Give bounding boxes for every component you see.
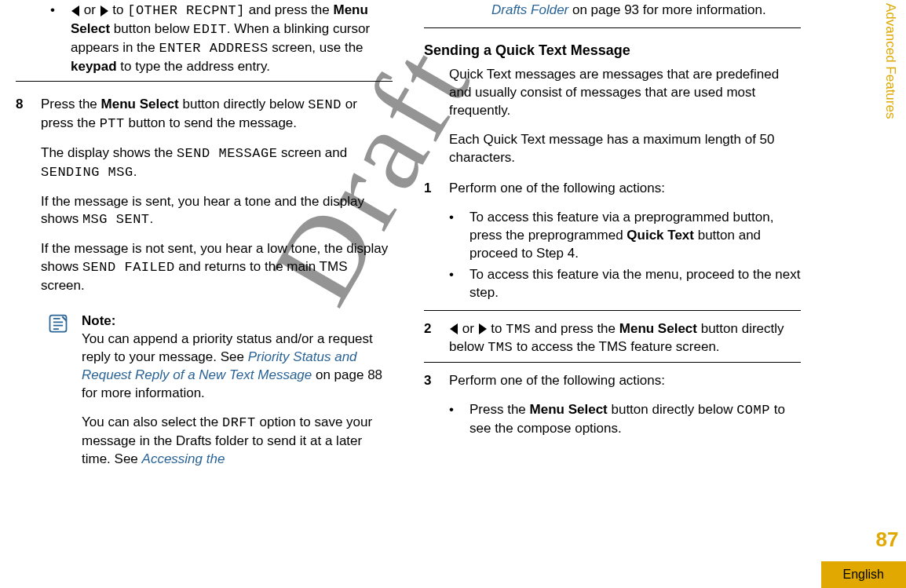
text: screen, use the	[269, 40, 363, 55]
note-icon	[47, 312, 71, 480]
tms: TMS	[506, 322, 531, 337]
continued-bullet: • or to [OTHER RECPNT] and press the Men…	[50, 2, 393, 76]
bullet: • To access this feature via a preprogra…	[449, 209, 801, 263]
text: You can also select the	[82, 415, 222, 429]
step-2: 2 or to TMS and press the Menu Select bu…	[424, 317, 801, 358]
menu-select: Menu Select	[101, 97, 179, 111]
link-accessing[interactable]: Accessing the	[142, 451, 225, 466]
text: screen and	[277, 145, 347, 160]
text: and press the	[245, 2, 333, 17]
step-body: Press the Menu Select button directly be…	[41, 96, 393, 306]
step-number: 1	[424, 180, 438, 305]
step-number: 2	[424, 320, 438, 358]
other-recpnt: [OTHER RECPNT]	[127, 3, 245, 18]
section-tab-text: Advanced Features	[882, 0, 900, 119]
text: to	[488, 321, 506, 336]
bullet-body: To access this feature via the menu, pro…	[469, 266, 801, 302]
arrow-left-icon	[71, 5, 79, 16]
bullet: • Press the Menu Select button directly …	[449, 401, 801, 438]
quick-text: Quick Text	[627, 228, 694, 243]
text: on page 93 for more information.	[568, 2, 765, 17]
divider	[16, 81, 393, 82]
step-number: 8	[16, 96, 30, 306]
section-tab: Advanced Features	[879, 0, 901, 149]
send: SEND	[308, 97, 342, 112]
divider	[424, 362, 801, 363]
arrow-right-icon	[100, 5, 108, 16]
text: .	[133, 164, 137, 179]
language-indicator: English	[821, 561, 906, 588]
text: button directly below	[608, 402, 736, 417]
continued-note: Drafts Folder on page 93 for more inform…	[491, 2, 801, 20]
bullet-body: Press the Menu Select button directly be…	[469, 401, 801, 438]
text: button directly below	[179, 97, 308, 111]
note-block: Note: You can append a priority status a…	[47, 312, 393, 480]
link-drafts-folder[interactable]: Drafts Folder	[491, 2, 568, 17]
bullet-dot: •	[449, 266, 458, 302]
bullet-dot: •	[449, 401, 458, 438]
page-content: • or to [OTHER RECPNT] and press the Men…	[0, 0, 816, 483]
section-heading: Sending a Quick Text Message	[424, 41, 801, 60]
bullet-dot: •	[50, 2, 60, 76]
menu-select: Menu Select	[619, 321, 697, 336]
step-body: Perform one of the following actions: • …	[449, 372, 801, 441]
text: button to send the message.	[125, 115, 297, 130]
text: or	[458, 321, 478, 336]
intro-paragraph-1: Quick Text messages are messages that ar…	[449, 66, 801, 120]
sending-msg: SENDING MSG	[41, 165, 133, 180]
bullet-body: or to [OTHER RECPNT] and press the Menu …	[71, 2, 393, 76]
tms: TMS	[488, 340, 513, 355]
text: and press the	[531, 321, 619, 336]
divider	[424, 27, 801, 28]
step-1: 1 Perform one of the following actions: …	[424, 178, 801, 305]
step-8: 8 Press the Menu Select button directly …	[16, 88, 393, 306]
text: .	[150, 211, 154, 226]
text: Press the	[41, 97, 101, 111]
note-title: Note:	[82, 313, 115, 328]
text: to	[109, 2, 128, 17]
note-body: Note: You can append a priority status a…	[82, 312, 393, 480]
divider	[424, 310, 801, 311]
text: Press the	[469, 402, 530, 417]
text: button below	[110, 21, 193, 36]
drft: DRFT	[222, 415, 256, 430]
step-number: 3	[424, 372, 438, 441]
step-3: 3 Perform one of the following actions: …	[424, 369, 801, 441]
text: to type the address entry.	[117, 59, 270, 74]
left-column: • or to [OTHER RECPNT] and press the Men…	[16, 0, 393, 483]
bullet: • To access this feature via the menu, p…	[449, 266, 801, 302]
text: Perform one of the following actions:	[449, 180, 801, 198]
arrow-left-icon	[450, 323, 458, 334]
edit: EDIT	[193, 22, 227, 37]
ptt: PTT	[100, 116, 125, 131]
text: Perform one of the following actions:	[449, 372, 801, 390]
step-body: or to TMS and press the Menu Select butt…	[449, 320, 801, 358]
text: The display shows the	[41, 145, 177, 160]
menu-select: Menu Select	[530, 402, 608, 417]
arrow-right-icon	[479, 323, 487, 334]
intro-paragraph-2: Each Quick Text message has a maximum le…	[449, 131, 801, 167]
comp: COMP	[736, 403, 770, 418]
send-failed: SEND FAILED	[82, 260, 175, 275]
msg-sent: MSG SENT	[82, 212, 150, 227]
bullet-body: To access this feature via a preprogramm…	[469, 209, 801, 263]
right-column: Drafts Folder on page 93 for more inform…	[424, 0, 801, 483]
bullet-dot: •	[449, 209, 458, 263]
send-message: SEND MESSAGE	[177, 146, 277, 161]
page-number: 87	[871, 526, 903, 553]
enter-address: ENTER ADDRESS	[159, 41, 268, 56]
text: to access the TMS feature screen.	[513, 339, 719, 354]
step-body: Perform one of the following actions: • …	[449, 180, 801, 305]
text: or	[80, 2, 100, 17]
keypad: keypad	[71, 59, 117, 74]
